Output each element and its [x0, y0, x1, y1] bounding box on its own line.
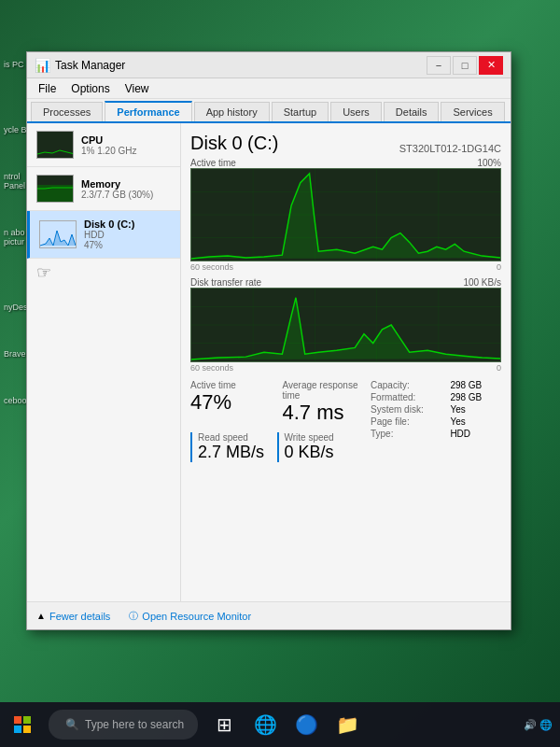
resource-icon: ⓘ: [129, 610, 138, 623]
write-speed-value: 0 KB/s: [285, 443, 360, 462]
taskview-icon[interactable]: ⊞: [205, 702, 243, 747]
memory-label: Memory: [81, 178, 171, 190]
disk-title: Disk 0 (C:): [190, 133, 278, 154]
cpu-label: CPU: [81, 134, 171, 146]
active-time-stat-value: 47%: [190, 390, 268, 415]
close-button[interactable]: ✕: [479, 56, 503, 75]
search-placeholder: Type here to search: [85, 718, 184, 731]
stats-right: Capacity: 298 GB Formatted: 298 GB Syste…: [371, 380, 501, 462]
content-area: CPU 1% 1.20 GHz Memory 2.3/7.7 GB (3: [27, 123, 511, 601]
disk-model: ST320LT012-1DG14C: [399, 143, 501, 154]
taskbar-edge[interactable]: 🔵: [287, 702, 325, 747]
active-time-stat-label: Active time: [190, 380, 268, 390]
time-label-0: 0: [497, 262, 501, 272]
system-disk-val: Yes: [450, 404, 501, 415]
type-key: Type:: [371, 429, 442, 439]
taskbar: 🔍 Type here to search ⊞ 🌐 🔵 📁 🔊 🌐: [0, 702, 560, 747]
active-time-time-label: 60 seconds 0: [190, 262, 501, 272]
taskbar-app-1[interactable]: 🌐: [246, 702, 284, 747]
tabs-bar: Processes Performance App history Startu…: [27, 99, 511, 123]
page-file-key: Page file:: [371, 416, 442, 427]
taskbar-folder[interactable]: 📁: [329, 702, 366, 747]
taskbar-search-box[interactable]: 🔍 Type here to search: [49, 710, 198, 740]
start-button[interactable]: [0, 702, 45, 747]
disk-item[interactable]: Disk 0 (C:) HDD 47%: [27, 211, 180, 259]
right-panel: Disk 0 (C:) ST320LT012-1DG14C Active tim…: [181, 123, 511, 601]
cpu-item[interactable]: CPU 1% 1.20 GHz: [27, 123, 180, 167]
disk-label: Disk 0 (C:): [84, 218, 171, 230]
fewer-details-container: ▲ Fewer details: [36, 611, 110, 622]
disk-mini-chart: [39, 220, 77, 248]
active-time-label-row: Active time 100%: [190, 158, 501, 168]
maximize-button[interactable]: □: [453, 56, 477, 75]
disk-info-grid: Capacity: 298 GB Formatted: 298 GB Syste…: [371, 380, 501, 439]
type-val: HDD: [450, 429, 501, 439]
taskbar-icons: ⊞ 🌐 🔵 📁: [205, 702, 366, 747]
taskbar-right: 🔊 🌐: [524, 719, 560, 731]
transfer-rate-chart-container: Disk transfer rate 100 KB/s: [190, 277, 501, 373]
taskmanager-icon: 📊: [35, 58, 49, 73]
svg-rect-16: [23, 716, 31, 724]
menu-options[interactable]: Options: [63, 80, 117, 97]
left-panel: CPU 1% 1.20 GHz Memory 2.3/7.7 GB (3: [27, 123, 181, 601]
memory-item[interactable]: Memory 2.3/7.7 GB (30%): [27, 167, 180, 211]
stats-row: Active time 47% Average response time 4.…: [190, 380, 501, 462]
transfer-rate-max: 100 KB/s: [463, 277, 501, 288]
read-speed-label: Read speed: [198, 432, 273, 443]
transfer-rate-label-row: Disk transfer rate 100 KB/s: [190, 277, 501, 288]
transfer-rate-chart: [190, 288, 501, 362]
active-time-chart-container: Active time 100%: [190, 158, 501, 272]
active-time-pct: 100%: [477, 158, 501, 168]
capacity-val: 298 GB: [450, 380, 501, 390]
memory-mini-chart: [36, 175, 74, 203]
open-resource-monitor-link[interactable]: Open Resource Monitor: [142, 611, 251, 622]
arrow-up-icon: ▲: [36, 611, 46, 621]
minimize-button[interactable]: −: [427, 56, 451, 75]
tab-startup[interactable]: Startup: [272, 102, 329, 121]
disk-header: Disk 0 (C:) ST320LT012-1DG14C: [190, 133, 501, 154]
menu-bar: File Options View: [27, 78, 511, 99]
active-time-label: Active time: [190, 158, 236, 168]
tab-users[interactable]: Users: [330, 102, 382, 121]
rw-row: Read speed 2.7 MB/s Write speed 0 KB/s: [190, 432, 359, 462]
active-time-stat: Active time 47%: [190, 380, 268, 425]
menu-view[interactable]: View: [118, 80, 157, 97]
cpu-mini-chart: [36, 131, 74, 159]
avg-response-stat: Average response time 4.7 ms: [283, 380, 360, 425]
system-disk-key: System disk:: [371, 404, 442, 415]
tab-performance[interactable]: Performance: [105, 101, 191, 121]
open-resource-monitor-container: ⓘ Open Resource Monitor: [129, 610, 251, 623]
write-speed-label: Write speed: [285, 432, 360, 443]
transfer-time-label-60: 60 seconds: [190, 363, 233, 373]
footer-bar: ▲ Fewer details ⓘ Open Resource Monitor: [27, 601, 511, 629]
tab-services[interactable]: Services: [441, 102, 504, 121]
transfer-time-label-0: 0: [497, 363, 501, 373]
menu-file[interactable]: File: [31, 80, 63, 97]
cursor: ☞: [27, 259, 180, 287]
desktop: is PC ycle B ntrolPanel n abopictur nyDe…: [0, 0, 560, 747]
disk-pct: 47%: [84, 240, 171, 250]
page-file-val: Yes: [450, 416, 501, 427]
stats-left: Active time 47% Average response time 4.…: [190, 380, 359, 462]
read-speed-value: 2.7 MB/s: [198, 443, 273, 462]
title-bar: 📊 Task Manager − □ ✕: [27, 52, 511, 78]
transfer-rate-time-label: 60 seconds 0: [190, 363, 501, 373]
taskbar-clock: 🔊 🌐: [524, 719, 553, 731]
formatted-val: 298 GB: [450, 392, 501, 402]
svg-rect-15: [14, 716, 21, 724]
capacity-key: Capacity:: [371, 380, 442, 390]
time-label-60: 60 seconds: [190, 262, 233, 272]
svg-rect-18: [23, 726, 31, 733]
cpu-sub: 1% 1.20 GHz: [81, 146, 171, 156]
read-speed-block: Read speed 2.7 MB/s: [190, 432, 273, 462]
tab-details[interactable]: Details: [384, 102, 440, 121]
fewer-details-link[interactable]: Fewer details: [49, 611, 110, 622]
tab-apphistory[interactable]: App history: [194, 102, 270, 121]
write-speed-block: Write speed 0 KB/s: [277, 432, 360, 462]
tab-processes[interactable]: Processes: [31, 102, 103, 121]
formatted-key: Formatted:: [371, 392, 442, 402]
avg-response-value: 4.7 ms: [283, 401, 360, 425]
transfer-rate-label: Disk transfer rate: [190, 277, 261, 288]
active-time-chart: [190, 168, 501, 261]
window-title: Task Manager: [55, 59, 427, 72]
